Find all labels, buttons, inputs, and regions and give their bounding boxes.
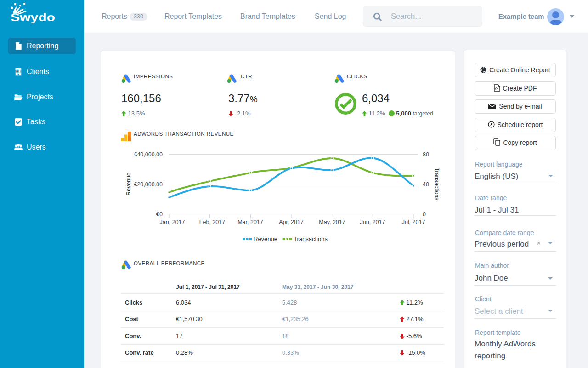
- svg-text:€20,000.00: €20,000.00: [134, 181, 163, 188]
- svg-text:40: 40: [423, 181, 429, 188]
- svg-text:May, 2017: May, 2017: [319, 219, 345, 225]
- svg-text:Transactions: Transactions: [294, 236, 328, 242]
- svg-text:Apr, 2017: Apr, 2017: [279, 219, 304, 225]
- svg-text:0: 0: [423, 211, 426, 218]
- svg-text:Jun, 2017: Jun, 2017: [360, 219, 385, 225]
- svg-text:Mar, 2017: Mar, 2017: [237, 219, 263, 225]
- svg-text:Revenue: Revenue: [254, 236, 277, 242]
- svg-text:Transactions: Transactions: [434, 167, 440, 200]
- svg-text:Jul, 2017: Jul, 2017: [402, 219, 425, 225]
- svg-text:€0: €0: [156, 211, 163, 218]
- svg-text:80: 80: [423, 151, 429, 158]
- svg-text:Revenue: Revenue: [125, 172, 132, 196]
- svg-text:€40,000.00: €40,000.00: [134, 151, 163, 158]
- svg-text:Jan, 2017: Jan, 2017: [160, 219, 185, 225]
- svg-text:Feb, 2017: Feb, 2017: [199, 219, 225, 225]
